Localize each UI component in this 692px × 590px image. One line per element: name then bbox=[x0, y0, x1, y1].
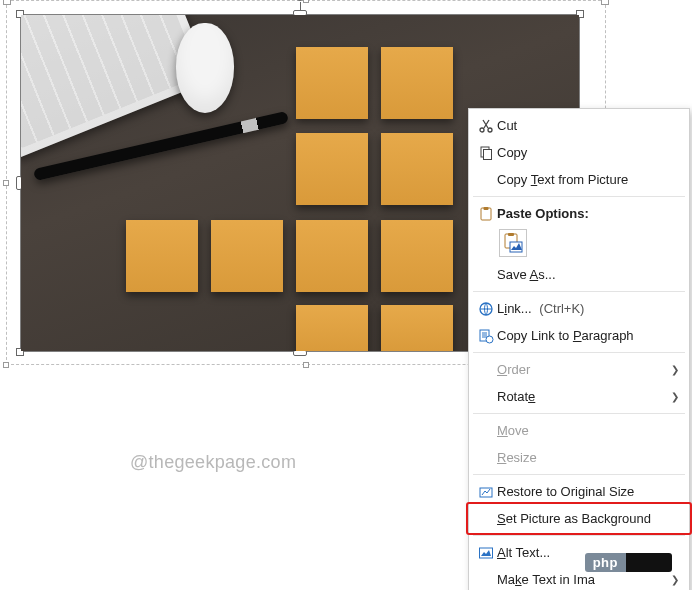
sticky-note bbox=[381, 305, 453, 351]
menu-item-set-picture-as-background[interactable]: Set Picture as Background bbox=[469, 505, 689, 532]
sticky-note bbox=[381, 220, 453, 292]
menu-label: Rotate bbox=[497, 389, 663, 404]
site-badge: php bbox=[585, 553, 672, 572]
sticky-note bbox=[381, 133, 453, 205]
chevron-right-icon: ❯ bbox=[663, 574, 679, 585]
badge-label: php bbox=[585, 553, 626, 572]
menu-item-resize: Resize bbox=[469, 444, 689, 471]
menu-header-paste-options: Paste Options: bbox=[469, 200, 689, 227]
copy-link-icon bbox=[475, 328, 497, 344]
menu-label: Move bbox=[497, 423, 679, 438]
menu-separator bbox=[473, 196, 685, 197]
menu-item-copy-link-to-paragraph[interactable]: Copy Link to Paragraph bbox=[469, 322, 689, 349]
alt-text-icon bbox=[475, 545, 497, 561]
menu-label: Copy Link to Paragraph bbox=[497, 328, 679, 343]
menu-item-save-as[interactable]: Save As... bbox=[469, 261, 689, 288]
menu-label: Make Text in Ima bbox=[497, 572, 663, 587]
menu-item-order: Order ❯ bbox=[469, 356, 689, 383]
menu-separator bbox=[473, 413, 685, 414]
sticky-note bbox=[296, 220, 368, 292]
menu-item-move: Move bbox=[469, 417, 689, 444]
sticky-note bbox=[126, 220, 198, 292]
menu-separator bbox=[473, 352, 685, 353]
svg-rect-13 bbox=[480, 548, 493, 558]
context-menu: Cut Copy Copy Text from Picture Paste Op… bbox=[468, 108, 690, 590]
menu-label: Order bbox=[497, 362, 663, 377]
badge-graphic bbox=[626, 553, 672, 572]
link-icon bbox=[475, 301, 497, 317]
cut-icon bbox=[475, 118, 497, 134]
menu-item-link[interactable]: Link... (Ctrl+K) bbox=[469, 295, 689, 322]
paste-option-picture[interactable] bbox=[499, 229, 527, 257]
svg-rect-7 bbox=[508, 233, 514, 236]
sticky-note bbox=[296, 47, 368, 119]
sticky-note bbox=[381, 47, 453, 119]
svg-rect-3 bbox=[484, 149, 492, 159]
copy-icon bbox=[475, 145, 497, 161]
sticky-note bbox=[211, 220, 283, 292]
menu-item-restore-original-size[interactable]: Restore to Original Size bbox=[469, 478, 689, 505]
menu-item-copy[interactable]: Copy bbox=[469, 139, 689, 166]
paste-icon bbox=[475, 206, 497, 222]
menu-label: Resize bbox=[497, 450, 679, 465]
menu-item-copy-text-from-picture[interactable]: Copy Text from Picture bbox=[469, 166, 689, 193]
chevron-right-icon: ❯ bbox=[663, 391, 679, 402]
restore-icon bbox=[475, 484, 497, 500]
chevron-right-icon: ❯ bbox=[663, 364, 679, 375]
menu-separator bbox=[473, 291, 685, 292]
menu-item-cut[interactable]: Cut bbox=[469, 112, 689, 139]
menu-label: Cut bbox=[497, 118, 679, 133]
menu-label: Copy bbox=[497, 145, 679, 160]
menu-label: Set Picture as Background bbox=[497, 511, 679, 526]
svg-point-0 bbox=[480, 128, 484, 132]
menu-separator bbox=[473, 474, 685, 475]
sticky-note bbox=[296, 133, 368, 205]
sticky-note bbox=[296, 305, 368, 351]
menu-label: Paste Options: bbox=[497, 206, 679, 221]
menu-label: Copy Text from Picture bbox=[497, 172, 679, 187]
watermark-text: @thegeekpage.com bbox=[130, 452, 296, 473]
svg-rect-5 bbox=[484, 207, 489, 210]
menu-label: Restore to Original Size bbox=[497, 484, 679, 499]
svg-point-1 bbox=[488, 128, 492, 132]
menu-separator bbox=[473, 535, 685, 536]
menu-item-rotate[interactable]: Rotate ❯ bbox=[469, 383, 689, 410]
svg-point-11 bbox=[486, 336, 493, 343]
menu-label: Link... (Ctrl+K) bbox=[497, 301, 679, 316]
menu-label: Save As... bbox=[497, 267, 679, 282]
mouse-graphic bbox=[176, 23, 234, 113]
